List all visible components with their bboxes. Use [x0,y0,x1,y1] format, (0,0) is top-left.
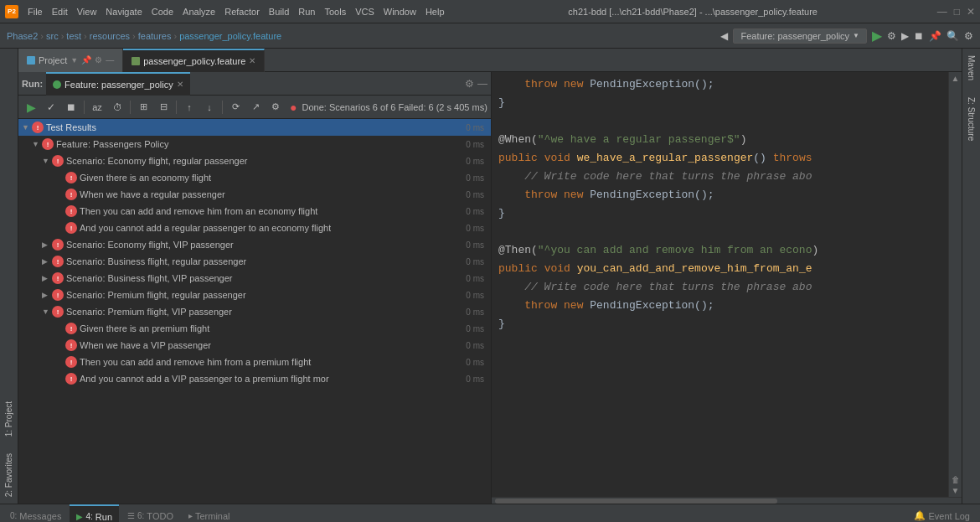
run-panel-collapse-btn[interactable]: — [477,78,487,90]
step-eco-1-time: 0 ms [466,173,487,183]
tree-step-eco-4[interactable]: ! And you cannot add a regular passenger… [18,220,491,236]
code-editor-area[interactable]: throw new PendingException(); } @When("^… [492,72,962,497]
run-panel-tab[interactable]: Feature: passenger_policy ✕ [46,72,190,96]
line-content-13: throw new PendingException(); [492,297,948,315]
scroll-to-fail-btn[interactable]: ↑ [180,98,199,116]
feature-dropdown[interactable]: Feature: passenger_policy ▼ [733,28,867,44]
tree-step-eco-3[interactable]: ! Then you can add and remove him from a… [18,203,491,220]
project-tab[interactable]: Project ▼ 📌 ⚙ — [18,49,123,72]
step-eco-2-label: When we have a regular passenger [80,189,225,199]
expand-all-btn[interactable]: ⊞ [134,98,152,116]
breadcrumb-sep3: › [84,31,87,41]
sort-alpha-btn[interactable]: az [88,98,106,116]
test-results-tree[interactable]: ▼ ! Test Results 0 ms ▼ ! Feature: Passe… [18,119,491,504]
sidebar-maven-label[interactable]: Maven [967,55,976,80]
menu-tools[interactable]: Tools [320,5,350,18]
menu-analyze[interactable]: Analyze [178,5,219,18]
run-panel-tab-close[interactable]: ✕ [177,80,183,89]
menu-build[interactable]: Build [265,5,293,18]
step-eco-3-icon: ! [65,205,77,217]
project-tab-close: — [106,55,114,65]
menu-run[interactable]: Run [294,5,319,18]
menu-vcs[interactable]: VCS [351,5,379,18]
file-tab-active[interactable]: passenger_policy.feature ✕ [123,49,265,72]
build-icon[interactable]: ⚙ [887,30,896,42]
tree-root-item[interactable]: ▼ ! Test Results 0 ms [18,119,491,136]
menu-file[interactable]: File [23,5,47,18]
sort-dur-btn[interactable]: ⏱ [108,98,126,116]
breadcrumb: Phase2 › src › test › resources › featur… [7,31,281,41]
menu-help[interactable]: Help [421,5,449,18]
options-btn[interactable]: ⚙ [266,98,285,116]
bottom-tab-messages[interactable]: 0: Messages [3,504,68,523]
tree-step-prem-4[interactable]: ! And you cannot add a VIP passenger to … [18,370,491,387]
menu-window[interactable]: Window [379,5,420,18]
bottom-tab-terminal[interactable]: ▸ Terminal [182,504,237,523]
file-tab-label: passenger_policy.feature [143,56,245,66]
scroll-down-btn-r[interactable]: ▼ [952,486,960,495]
run-panel-settings-btn[interactable]: ⚙ [465,78,474,90]
tree-step-eco-1[interactable]: ! Given there is an economy flight 0 ms [18,169,491,186]
bottom-tab-todo[interactable]: ☰ 6: TODO [121,504,180,523]
event-log-label: Event Log [928,511,970,521]
expand-arrow-biz-vip: ▶ [42,274,52,282]
todo-tab-num: 6: [137,511,144,520]
bottom-tab-run[interactable]: ▶ 4: Run [70,504,119,523]
tree-step-eco-2[interactable]: ! When we have a regular passenger 0 ms [18,186,491,203]
step-prem-4-time: 0 ms [466,375,487,384]
nav-back-btn[interactable]: ◀ [720,30,728,42]
breadcrumb-file[interactable]: passenger_policy.feature [179,31,281,41]
scroll-down-btn[interactable]: ↓ [200,98,219,116]
coverage-icon[interactable]: ▶ [901,30,909,42]
sidebar-project-label[interactable]: 1: Project [4,401,13,437]
tree-scenario-premium-regular[interactable]: ▶ ! Scenario: Premium flight, regular pa… [18,287,491,303]
stop-icon[interactable]: ⏹ [914,30,924,42]
maximize-btn[interactable]: □ [954,6,960,18]
breadcrumb-src[interactable]: src [46,31,59,41]
tree-step-prem-3[interactable]: ! Then you can add and remove him from a… [18,354,491,370]
root-label: Test Results [46,122,96,132]
tree-scenario-economy-vip[interactable]: ▶ ! Scenario: Economy flight, VIP passen… [18,236,491,253]
pin-icon[interactable]: 📌 [929,30,941,42]
scroll-up-btn[interactable]: ▲ [952,74,960,83]
tree-scenario-business-regular[interactable]: ▶ ! Scenario: Business flight, regular p… [18,253,491,270]
breadcrumb-features[interactable]: features [138,31,172,41]
tree-scenario-economy-regular[interactable]: ▼ ! Scenario: Economy flight, regular pa… [18,152,491,169]
menu-refactor[interactable]: Refactor [220,5,264,18]
settings-icon[interactable]: ⚙ [964,30,973,42]
close-btn[interactable]: ✕ [967,6,975,18]
menu-edit[interactable]: Edit [48,5,72,18]
delete-btn[interactable]: 🗑 [952,475,960,484]
breadcrumb-phase2[interactable]: Phase2 [7,31,38,41]
rerun-failed-btn[interactable]: ✓ [42,98,60,116]
export-btn[interactable]: ⟳ [226,98,245,116]
step-eco-1-label: Given there is an economy flight [80,173,211,183]
run-btn[interactable]: ▶ [872,28,882,44]
tree-scenario-premium-vip[interactable]: ▼ ! Scenario: Premium flight, VIP passen… [18,303,491,320]
rerun-btn[interactable]: ▶ [22,98,40,116]
sidebar-favorites-label[interactable]: 2: Favorites [4,453,13,497]
menu-navigate[interactable]: Navigate [101,5,146,18]
import-btn[interactable]: ↗ [246,98,265,116]
tree-scenario-business-vip[interactable]: ▶ ! Scenario: Business flight, VIP passe… [18,270,491,287]
tree-step-prem-2[interactable]: ! When we have a VIP passenger 0 ms [18,337,491,354]
messages-tab-num: 0: [10,511,17,520]
stop-btn[interactable]: ⏹ [62,98,80,116]
expand-arrow-eco-reg: ▼ [42,157,52,165]
step-prem-2-time: 0 ms [466,341,487,350]
menu-code[interactable]: Code [147,5,178,18]
tree-feature-item[interactable]: ▼ ! Feature: Passengers Policy 0 ms [18,136,491,152]
file-tab-close-btn[interactable]: ✕ [249,56,255,65]
search-icon[interactable]: 🔍 [946,30,959,42]
minimize-btn[interactable]: — [937,6,947,18]
horizontal-scroll[interactable] [492,497,962,504]
right-scroll-strip: ▲ 🗑 ▼ [948,72,962,497]
breadcrumb-test[interactable]: test [66,31,81,41]
menu-view[interactable]: View [73,5,101,18]
collapse-all-btn[interactable]: ⊟ [154,98,173,116]
sidebar-structure-label[interactable]: Z: Structure [967,97,976,141]
tree-step-prem-1[interactable]: ! Given there is an premium flight 0 ms [18,320,491,337]
event-log-btn[interactable]: 🔔 Event Log [914,510,977,521]
messages-tab-label: Messages [19,511,61,521]
breadcrumb-resources[interactable]: resources [90,31,130,41]
